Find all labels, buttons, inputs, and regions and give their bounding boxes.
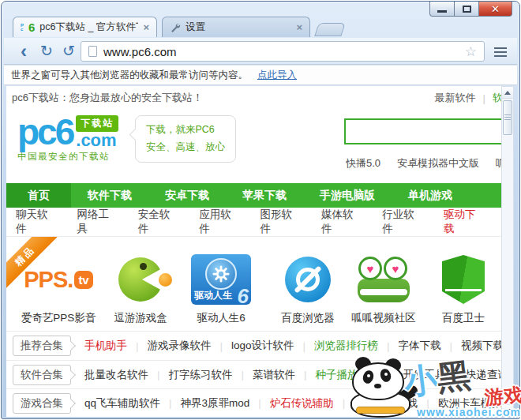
pc6-favicon-6: 6 bbox=[28, 22, 35, 33]
pps-logo-icon: PPS.tv bbox=[24, 267, 92, 293]
subnav-media[interactable]: 媒体软件 bbox=[321, 208, 361, 236]
tab-close-icon[interactable]: × bbox=[296, 21, 302, 33]
hot-link[interactable]: 安卓模拟器中文版 bbox=[397, 156, 479, 171]
nav-pc-games[interactable]: 单机游戏 bbox=[392, 183, 469, 208]
subnav-graphics[interactable]: 图形软件 bbox=[260, 208, 300, 236]
sub-nav: 聊天软件 网络工具 安全软件 应用软件 图形软件 媒体软件 行业软件 驱动下载 bbox=[6, 208, 504, 237]
wrench-icon bbox=[170, 22, 181, 33]
collection-link[interactable]: 字体下载 bbox=[399, 339, 441, 353]
frog-icon: ♥ ♥ bbox=[358, 257, 410, 302]
close-button[interactable]: ✕ bbox=[478, 2, 512, 17]
refresh-icon[interactable]: ↻ bbox=[36, 39, 57, 62]
app-doyo[interactable]: 逗游游戏盒 bbox=[99, 246, 182, 325]
browser-toolbar: ‹ ↻ ↺ ☆ bbox=[4, 38, 517, 65]
collection-link[interactable]: 炉石传说辅助 bbox=[270, 396, 334, 411]
app-baidu-browser[interactable]: 百度浏览器 bbox=[267, 246, 349, 325]
subnav-security[interactable]: 安全软件 bbox=[138, 208, 178, 236]
tab-strip: P c 6 pc6下载站 _ 官方软件下载 × 设置 × bbox=[13, 17, 343, 37]
scrollbar-thumb[interactable] bbox=[503, 100, 512, 135]
browser-window: ✕ P c 6 pc6下载站 _ 官方软件下载 × 设置 × ‹ ↻ ↺ bbox=[1, 1, 520, 419]
nav-apple[interactable]: 苹果下载 bbox=[226, 183, 303, 208]
collection-tag[interactable]: 软件合集 bbox=[13, 365, 71, 385]
tab-settings[interactable]: 设置 × bbox=[162, 17, 310, 37]
menu-button[interactable] bbox=[489, 43, 512, 60]
maximize-icon bbox=[463, 6, 471, 13]
hamburger-icon bbox=[494, 47, 507, 49]
heart-icon: ♥ bbox=[367, 262, 374, 276]
back-icon[interactable]: ‹ bbox=[13, 39, 34, 62]
collection-link[interactable]: 游戏录像软件 bbox=[148, 339, 212, 353]
app-guagua[interactable]: ♥ ♥ 呱呱视频社区 bbox=[343, 246, 425, 325]
gear-icon bbox=[212, 265, 230, 283]
page-icon bbox=[88, 46, 97, 57]
collection-link[interactable]: 视频下载软件 bbox=[461, 339, 504, 353]
app-drive-life[interactable]: 驱动人生 6 驱动人生6 bbox=[180, 246, 262, 325]
site-slogan: pc6下载站：您身边最放心的安全下载站！ bbox=[12, 91, 203, 105]
tab-title: 设置 bbox=[186, 21, 291, 34]
bookmark-star-icon[interactable]: ☆ bbox=[465, 43, 477, 60]
collection-link[interactable]: 浏览器排行榜 bbox=[314, 339, 378, 353]
latest-software-link[interactable]: 最新软件 bbox=[435, 91, 476, 105]
collection-link[interactable]: logo设计软件 bbox=[231, 339, 294, 353]
window-controls: ✕ bbox=[429, 2, 512, 17]
xiaohei-watermark: 小 黑 游戏 www.xiaohei.com bbox=[338, 355, 521, 418]
collection-tag[interactable]: 游戏合集 bbox=[13, 393, 71, 414]
nav-software[interactable]: 软件下载 bbox=[71, 183, 148, 208]
search-input[interactable] bbox=[344, 118, 504, 144]
drive-life-icon: 驱动人生 6 bbox=[191, 254, 251, 305]
heart-icon: ♥ bbox=[392, 262, 399, 276]
address-bar[interactable]: ☆ bbox=[81, 41, 485, 62]
close-icon: ✕ bbox=[491, 3, 500, 15]
app-baidu-weishi[interactable]: 百度卫士 bbox=[422, 246, 504, 325]
download-badge: 下载站 bbox=[76, 115, 118, 132]
shield-icon bbox=[442, 255, 485, 304]
nav-android[interactable]: 安卓下载 bbox=[148, 183, 226, 208]
pc6-logo[interactable]: pc6 下载站 .com 中国最安全的下载站 bbox=[17, 115, 118, 163]
brand-row: pc6 下载站 .com 中国最安全的下载站 下载，就来PC6 安全、高速、放心… bbox=[6, 110, 504, 183]
nav-home[interactable]: 首页 bbox=[6, 183, 71, 208]
minimize-icon bbox=[437, 10, 447, 13]
nav-mobile-games[interactable]: 手游电脑版 bbox=[303, 183, 392, 208]
subnav-industry[interactable]: 行业软件 bbox=[382, 208, 422, 236]
collection-tag[interactable]: 推荐合集 bbox=[13, 336, 71, 356]
notification-text: 世界之窗可导入其他浏览器的收藏和最常访问等内容。 bbox=[11, 69, 248, 82]
maximize-button[interactable] bbox=[455, 2, 478, 17]
import-notification-bar: 世界之窗可导入其他浏览器的收藏和最常访问等内容。 点此导入 bbox=[4, 66, 517, 85]
featured-apps-row: 精品 PPS.tv 爱奇艺PPS影音 逗游游戏盒 bbox=[6, 237, 504, 332]
pc6-favicon-icon: P c bbox=[21, 24, 24, 32]
hot-link[interactable]: 快播5.0 bbox=[346, 156, 380, 171]
tab-title: pc6下载站 _ 官方软件下载 bbox=[39, 21, 138, 34]
watermark-title: 小 黑 bbox=[402, 353, 473, 405]
pacman-icon bbox=[118, 257, 163, 302]
site-header-strip: pc6下载站：您身边最放心的安全下载站！ 最新软件 | 软 bbox=[6, 86, 504, 110]
collection-link[interactable]: 批量改名软件 bbox=[84, 368, 148, 382]
collection-link[interactable]: qq飞车辅助软件 bbox=[84, 396, 160, 411]
import-link[interactable]: 点此导入 bbox=[257, 69, 297, 82]
compass-icon bbox=[285, 257, 331, 302]
collection-link[interactable]: 神界3原罪mod bbox=[181, 396, 250, 411]
hot-search-links: 快播5.0 安卓模拟器中文版 呱呱 bbox=[346, 156, 504, 171]
watermark-url: www.xiaohei.com bbox=[417, 406, 521, 418]
slogan-bubble: 下载，就来PC6 安全、高速、放心 bbox=[135, 115, 236, 163]
url-input[interactable] bbox=[103, 45, 459, 58]
subnav-apps[interactable]: 应用软件 bbox=[199, 208, 238, 236]
undo-icon[interactable]: ↺ bbox=[58, 39, 79, 62]
main-nav: 首页 软件下载 安卓下载 苹果下载 手游电脑版 单机游戏 bbox=[6, 183, 504, 208]
scroll-up-arrow-icon[interactable] bbox=[502, 87, 513, 99]
new-tab-button[interactable] bbox=[314, 23, 346, 36]
collection-link[interactable]: 打字练习软件 bbox=[169, 368, 233, 382]
logo-tagline: 中国最安全的下载站 bbox=[17, 151, 118, 163]
tab-close-icon[interactable]: × bbox=[143, 21, 149, 33]
subnav-chat[interactable]: 聊天软件 bbox=[16, 208, 55, 236]
subnav-network[interactable]: 网络工具 bbox=[77, 208, 116, 236]
collection-link[interactable]: 菜谱软件 bbox=[253, 368, 295, 382]
subnav-drivers[interactable]: 驱动下载 bbox=[444, 208, 483, 236]
collection-link[interactable]: 手机助手 bbox=[84, 339, 127, 353]
tab-pc6[interactable]: P c 6 pc6下载站 _ 官方软件下载 × bbox=[13, 17, 157, 37]
minimize-button[interactable] bbox=[429, 2, 455, 17]
